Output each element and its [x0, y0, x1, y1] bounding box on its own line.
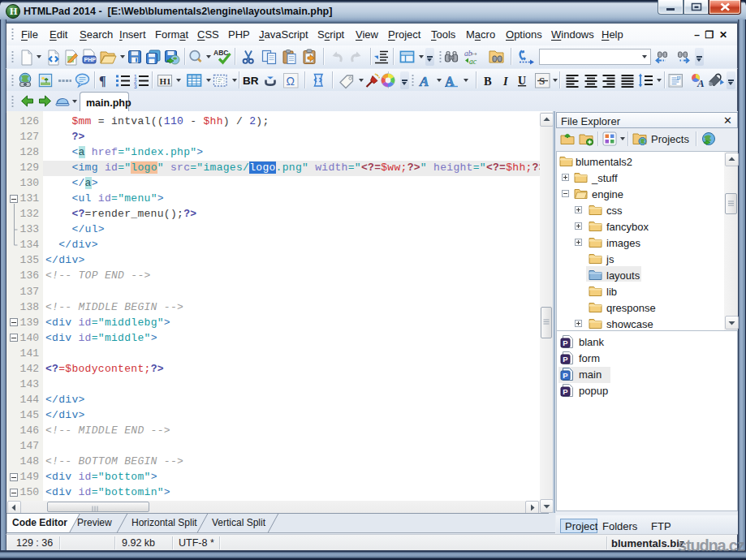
svg-text:3: 3: [134, 84, 137, 89]
svg-text:ac: ac: [469, 58, 477, 66]
svg-text:P: P: [563, 387, 568, 396]
svg-text:ABC: ABC: [213, 49, 228, 57]
svg-text:P: P: [563, 338, 568, 347]
svg-text:¶: ¶: [99, 74, 106, 88]
svg-text:H1: H1: [160, 76, 171, 86]
svg-text:BR: BR: [243, 75, 259, 87]
svg-text:PHP: PHP: [84, 57, 97, 62]
svg-text:P: P: [563, 355, 568, 364]
svg-text:P: P: [563, 371, 568, 380]
svg-text:U: U: [518, 75, 526, 87]
svg-text:B: B: [484, 75, 492, 88]
svg-text:A: A: [419, 74, 429, 89]
svg-text:I: I: [502, 75, 509, 88]
svg-text:A: A: [696, 77, 705, 89]
svg-text:Ω: Ω: [287, 75, 295, 88]
